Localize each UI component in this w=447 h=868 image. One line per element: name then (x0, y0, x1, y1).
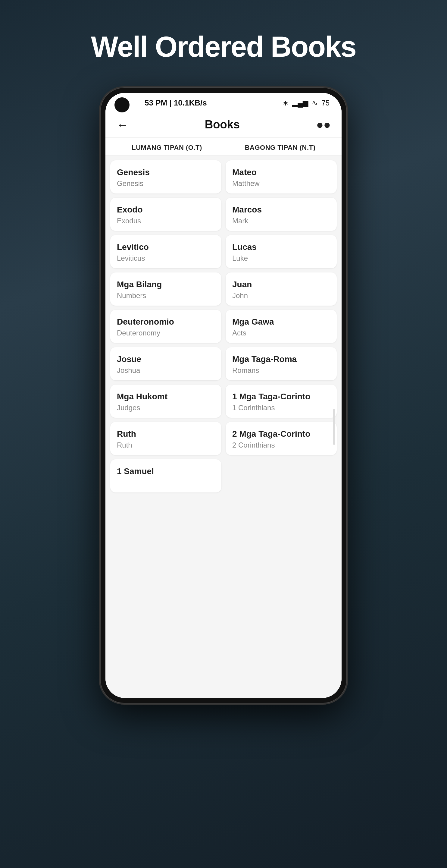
list-item[interactable]: Levitico Leviticus (110, 235, 221, 268)
list-item[interactable]: Juan John (226, 273, 337, 306)
list-item[interactable]: Lucas Luke (226, 235, 337, 268)
list-item[interactable]: 1 Samuel (110, 459, 221, 493)
app-header: ← Books ●● (105, 111, 342, 138)
old-testament-header: LUMANG TIPAN (O.T) (110, 144, 224, 152)
back-button[interactable]: ← (116, 119, 128, 131)
list-item[interactable]: 2 Mga Taga-Corinto 2 Corinthians (226, 422, 337, 455)
list-item[interactable]: Ruth Ruth (110, 422, 221, 455)
list-item[interactable]: Mga Taga-Roma Romans (226, 347, 337, 380)
list-item[interactable]: Mga Bilang Numbers (110, 273, 221, 306)
left-books-column: Genesis Genesis Exodo Exodus Levitico Le… (110, 160, 221, 693)
phone-frame: 53 PM | 10.1KB/s ∗ ▂▄▆ ∿ 75 ← Books ●● L… (100, 87, 347, 704)
header-title: Books (205, 118, 240, 131)
camera-notch (115, 97, 130, 113)
list-item[interactable]: Genesis Genesis (110, 160, 221, 193)
list-item[interactable]: Exodo Exodus (110, 198, 221, 231)
books-container[interactable]: Genesis Genesis Exodo Exodus Levitico Le… (105, 156, 342, 698)
bluetooth-icon: ∗ (283, 99, 289, 107)
scrollbar[interactable] (333, 409, 335, 445)
signal-icon: ▂▄▆ (292, 99, 308, 107)
list-item[interactable]: 1 Mga Taga-Corinto 1 Corinthians (226, 384, 337, 418)
list-item[interactable]: Mga Gawa Acts (226, 310, 337, 343)
battery-icon: 75 (321, 99, 329, 107)
list-item[interactable]: Mateo Matthew (226, 160, 337, 193)
right-books-column: Mateo Matthew Marcos Mark Lucas Luke Jua… (226, 160, 337, 693)
column-headers: LUMANG TIPAN (O.T) BAGONG TIPAN (N.T) (105, 138, 342, 156)
wifi-icon: ∿ (312, 99, 318, 107)
status-time: 53 PM | 10.1KB/s (145, 98, 207, 107)
new-testament-header: BAGONG TIPAN (N.T) (224, 144, 337, 152)
list-item[interactable]: Marcos Mark (226, 198, 337, 231)
status-bar: 53 PM | 10.1KB/s ∗ ▂▄▆ ∿ 75 (105, 93, 342, 111)
search-button[interactable]: ●● (316, 118, 331, 131)
status-right: ∗ ▂▄▆ ∿ 75 (283, 99, 329, 107)
phone-screen: 53 PM | 10.1KB/s ∗ ▂▄▆ ∿ 75 ← Books ●● L… (105, 93, 342, 698)
list-item[interactable]: Mga Hukomt Judges (110, 384, 221, 418)
list-item[interactable]: Josue Joshua (110, 347, 221, 380)
list-item[interactable]: Deuteronomio Deuteronomy (110, 310, 221, 343)
page-title: Well Ordered Books (91, 30, 356, 63)
